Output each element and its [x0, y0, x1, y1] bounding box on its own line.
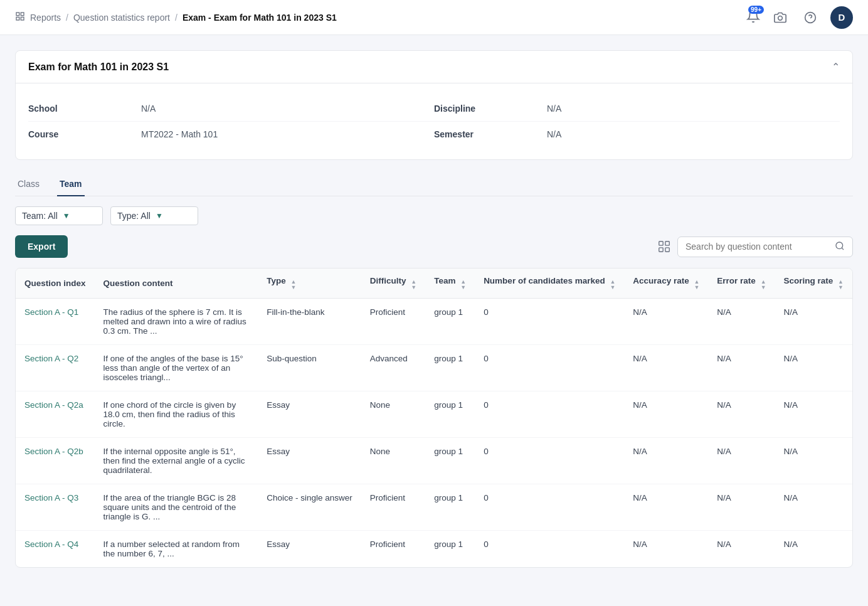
accuracy-cell: N/A	[624, 438, 708, 484]
type-filter-label: Type: All	[117, 211, 151, 221]
svg-rect-9	[659, 248, 663, 252]
team-filter[interactable]: Team: All ▼	[15, 206, 103, 225]
svg-line-12	[842, 248, 844, 250]
question-content-cell: If the internal opposite angle is 51°, t…	[103, 447, 245, 475]
svg-rect-3	[21, 17, 24, 20]
school-label: School	[28, 104, 141, 114]
info-row-course: Course MT2022 - Math 101	[28, 122, 434, 147]
type-cell: Essay	[258, 531, 361, 568]
table-row: Section A - Q2a If one chord of the circ…	[16, 391, 852, 438]
candidates-cell: 0	[475, 391, 624, 438]
main-content: Exam for Math 101 in 2023 S1 ⌃ School N/…	[0, 35, 868, 583]
breadcrumb-reports[interactable]: Reports	[30, 13, 61, 23]
info-row-semester: Semester N/A	[434, 122, 840, 147]
toolbar-row: Export	[15, 235, 853, 258]
header-actions: 99+ D	[746, 6, 853, 29]
question-index-link[interactable]: Section A - Q2b	[24, 447, 83, 456]
info-row-school: School N/A	[28, 96, 434, 122]
accuracy-cell: N/A	[624, 484, 708, 531]
type-filter[interactable]: Type: All ▼	[110, 206, 198, 225]
scoring-cell: N/A	[775, 484, 852, 531]
error-cell: N/A	[708, 391, 775, 438]
semester-value: N/A	[547, 129, 561, 139]
scoring-cell: N/A	[775, 438, 852, 484]
export-button[interactable]: Export	[15, 235, 68, 258]
notification-badge: 99+	[748, 6, 764, 14]
tab-team[interactable]: Team	[57, 173, 85, 196]
header: Reports / Question statistics report / E…	[0, 0, 868, 35]
col-accuracy[interactable]: Accuracy rate ▲▼	[624, 268, 708, 299]
team-cell: group 1	[425, 438, 475, 484]
table-row: Section A - Q4 If a number selected at r…	[16, 531, 852, 568]
col-type[interactable]: Type ▲▼	[258, 268, 361, 299]
question-index-link[interactable]: Section A - Q4	[24, 540, 78, 549]
col-question-index: Question index	[16, 268, 95, 299]
candidates-cell: 0	[475, 299, 624, 345]
camera-icon-button[interactable]	[770, 8, 790, 28]
error-cell: N/A	[708, 345, 775, 391]
error-cell: N/A	[708, 484, 775, 531]
grid-view-button[interactable]	[657, 240, 671, 253]
info-col-right: Discipline N/A Semester N/A	[434, 96, 840, 147]
course-value: MT2022 - Math 101	[141, 129, 218, 139]
type-cell: Essay	[258, 438, 361, 484]
scoring-cell: N/A	[775, 299, 852, 345]
breadcrumb-sep-1: /	[66, 13, 68, 23]
toolbar-right	[657, 237, 853, 257]
svg-rect-1	[21, 13, 24, 16]
svg-point-11	[836, 242, 843, 249]
scoring-cell: N/A	[775, 345, 852, 391]
avatar[interactable]: D	[830, 6, 853, 29]
col-team[interactable]: Team ▲▼	[425, 268, 475, 299]
breadcrumb-icon	[15, 11, 25, 23]
type-cell: Sub-question	[258, 345, 361, 391]
search-icon-button[interactable]	[835, 241, 845, 253]
col-difficulty[interactable]: Difficulty ▲▼	[361, 268, 425, 299]
difficulty-cell: None	[361, 438, 425, 484]
question-content-cell: If one of the angles of the base is 15° …	[103, 354, 243, 382]
candidates-cell: 0	[475, 345, 624, 391]
question-index-link[interactable]: Section A - Q2	[24, 354, 78, 363]
help-icon-button[interactable]	[800, 8, 820, 28]
col-question-content: Question content	[95, 268, 258, 299]
breadcrumb: Reports / Question statistics report / E…	[15, 11, 337, 23]
tabs: Class Team	[15, 173, 853, 196]
difficulty-cell: None	[361, 391, 425, 438]
question-index-link[interactable]: Section A - Q1	[24, 307, 78, 317]
question-content-cell: If one chord of the circle is given by 1…	[103, 400, 236, 428]
difficulty-cell: Proficient	[361, 531, 425, 568]
candidates-cell: 0	[475, 531, 624, 568]
team-cell: group 1	[425, 391, 475, 438]
info-col-left: School N/A Course MT2022 - Math 101	[28, 96, 434, 147]
svg-point-4	[778, 16, 783, 20]
collapse-icon[interactable]: ⌃	[832, 61, 840, 73]
exam-card-title: Exam for Math 101 in 2023 S1	[28, 61, 169, 73]
tab-class[interactable]: Class	[15, 173, 42, 196]
svg-rect-7	[659, 242, 663, 245]
info-row-discipline: Discipline N/A	[434, 96, 840, 122]
notification-button[interactable]: 99+	[746, 9, 760, 25]
table-row: Section A - Q2b If the internal opposite…	[16, 438, 852, 484]
exam-card-header: Exam for Math 101 in 2023 S1 ⌃	[16, 51, 852, 83]
difficulty-cell: Proficient	[361, 299, 425, 345]
svg-rect-10	[665, 248, 669, 252]
col-candidates[interactable]: Number of candidates marked ▲▼	[475, 268, 624, 299]
search-input[interactable]	[685, 242, 830, 252]
difficulty-cell: Proficient	[361, 484, 425, 531]
col-scoring[interactable]: Scoring rate ▲▼	[775, 268, 852, 299]
team-cell: group 1	[425, 484, 475, 531]
question-content-cell: If a number selected at random from the …	[103, 540, 240, 558]
type-filter-arrow: ▼	[156, 211, 163, 220]
error-cell: N/A	[708, 531, 775, 568]
course-label: Course	[28, 129, 141, 139]
breadcrumb-question-stats[interactable]: Question statistics report	[73, 13, 170, 23]
table-row: Section A - Q3 If the area of the triang…	[16, 484, 852, 531]
exam-card-body: School N/A Course MT2022 - Math 101 Disc…	[16, 83, 852, 159]
candidates-cell: 0	[475, 484, 624, 531]
scoring-cell: N/A	[775, 391, 852, 438]
exam-card: Exam for Math 101 in 2023 S1 ⌃ School N/…	[15, 50, 853, 160]
error-cell: N/A	[708, 438, 775, 484]
question-index-link[interactable]: Section A - Q3	[24, 493, 78, 502]
question-index-link[interactable]: Section A - Q2a	[24, 400, 83, 410]
col-error[interactable]: Error rate ▲▼	[708, 268, 775, 299]
